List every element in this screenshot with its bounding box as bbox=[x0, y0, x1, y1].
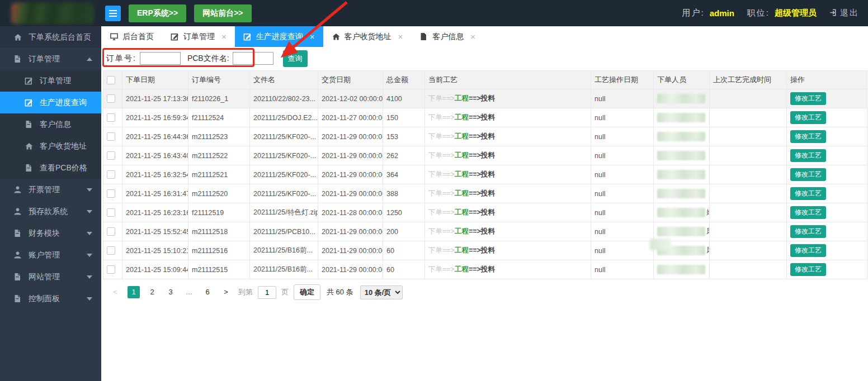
sidebar-item-客户信息[interactable]: 客户信息 bbox=[0, 113, 101, 135]
row-checkbox[interactable] bbox=[107, 170, 115, 179]
page-button-1[interactable]: 1 bbox=[128, 286, 140, 298]
modify-process-button[interactable]: 修改工艺 bbox=[790, 263, 826, 276]
process-step-done: 下单==> bbox=[428, 113, 455, 121]
page-size-select[interactable]: 10 条/页 bbox=[360, 285, 403, 299]
sidebar-item-财务模块[interactable]: 财务模块 bbox=[0, 222, 101, 244]
logout-label: 退出 bbox=[840, 8, 859, 18]
staff-name-tail: 丨 bbox=[706, 189, 710, 197]
tab-label: 订单管理 bbox=[183, 32, 215, 42]
file-name-cell: 202111/25/B16前... bbox=[250, 260, 318, 279]
process-step-done: 下单==> bbox=[428, 151, 455, 159]
row-select-cell bbox=[103, 89, 122, 108]
modify-process-button[interactable]: 修改工艺 bbox=[790, 92, 826, 105]
next-page-button[interactable]: > bbox=[220, 286, 232, 298]
logout-button[interactable]: 退出 bbox=[829, 8, 859, 18]
staff-cell bbox=[654, 146, 710, 165]
user-icon bbox=[13, 185, 22, 194]
tab-客户收货地址[interactable]: 客户收货地址× bbox=[323, 26, 412, 47]
row-checkbox[interactable] bbox=[107, 94, 115, 103]
sidebar-item-label: 账户管理 bbox=[29, 250, 60, 260]
page-button-6[interactable]: 6 bbox=[201, 286, 214, 298]
censored-staff-name bbox=[657, 132, 705, 141]
process-cell: 下单==>工程==>投料 bbox=[425, 89, 591, 108]
file-name-cell: 202111/25/KF020-... bbox=[250, 165, 318, 184]
process-cell: 下单==>工程==>投料 bbox=[425, 184, 591, 203]
process-date-cell: null bbox=[591, 165, 654, 184]
modify-process-button[interactable]: 修改工艺 bbox=[790, 206, 826, 219]
action-cell: 修改工艺 bbox=[787, 89, 867, 108]
hamburger-icon bbox=[109, 13, 117, 14]
modify-process-button[interactable]: 修改工艺 bbox=[790, 168, 826, 181]
modify-process-button[interactable]: 修改工艺 bbox=[790, 187, 826, 200]
tab-订单管理[interactable]: 订单管理× bbox=[162, 26, 235, 47]
close-icon[interactable]: × bbox=[310, 32, 315, 41]
order-no-input[interactable] bbox=[140, 52, 181, 65]
order-date-cell: 2021-11-25 16:23:16 bbox=[122, 203, 188, 222]
row-checkbox[interactable] bbox=[107, 265, 115, 274]
process-step-current: 工程 bbox=[455, 265, 469, 273]
last-process-time-cell bbox=[710, 241, 787, 260]
tab-后台首页[interactable]: 后台首页 bbox=[101, 26, 162, 47]
select-all-checkbox[interactable] bbox=[107, 76, 115, 84]
sidebar-item-生产进度查询[interactable]: 生产进度查询 bbox=[0, 92, 101, 113]
page-button-3[interactable]: 3 bbox=[164, 286, 177, 298]
sidebar-item-控制面板[interactable]: 控制面板 bbox=[0, 288, 101, 309]
order-date-cell: 2021-11-25 16:44:36 bbox=[122, 127, 188, 146]
sidebar-item-网站管理[interactable]: 网站管理 bbox=[0, 266, 101, 288]
topbar: ERP系统>> 网站前台>> 用户: admin 职位: 超级管理员 退出 bbox=[0, 0, 868, 26]
modify-process-button[interactable]: 修改工艺 bbox=[790, 130, 826, 143]
erp-system-button[interactable]: ERP系统>> bbox=[129, 4, 186, 22]
modify-process-button[interactable]: 修改工艺 bbox=[790, 244, 826, 257]
confirm-button[interactable]: 确定 bbox=[294, 284, 320, 300]
goto-page-input[interactable] bbox=[258, 286, 276, 299]
sidebar-item-账户管理[interactable]: 账户管理 bbox=[0, 244, 101, 266]
modify-process-button[interactable]: 修改工艺 bbox=[790, 111, 826, 124]
query-button[interactable]: 查询 bbox=[283, 50, 308, 67]
row-checkbox[interactable] bbox=[107, 208, 115, 217]
prev-page-button[interactable]: < bbox=[109, 286, 121, 298]
amount-cell: 1250 bbox=[383, 203, 425, 222]
row-checkbox[interactable] bbox=[107, 113, 115, 122]
website-front-button[interactable]: 网站前台>> bbox=[194, 4, 251, 22]
process-cell: 下单==>工程==>投料 bbox=[425, 241, 591, 260]
process-date-cell: null bbox=[591, 89, 654, 108]
row-checkbox[interactable] bbox=[107, 151, 115, 160]
row-select-cell bbox=[103, 241, 122, 260]
delivery-date-cell: 2021-11-29 00:00:00 bbox=[318, 127, 383, 146]
sidebar-item-下单系统后台首页[interactable]: 下单系统后台首页 bbox=[0, 26, 101, 48]
row-checkbox[interactable] bbox=[107, 227, 115, 236]
row-checkbox[interactable] bbox=[107, 189, 115, 198]
order-no-cell: f21112524 bbox=[188, 108, 250, 127]
sidebar-item-查看PCB价格[interactable]: 查看PCB价格 bbox=[0, 157, 101, 179]
chevron-up-icon bbox=[87, 58, 92, 61]
row-select-cell bbox=[103, 165, 122, 184]
sidebar-item-客户收货地址[interactable]: 客户收货地址 bbox=[0, 135, 101, 157]
amount-cell: 153 bbox=[383, 127, 425, 146]
sidebar-item-订单管理[interactable]: 订单管理 bbox=[0, 70, 101, 92]
pcb-file-input[interactable] bbox=[233, 52, 273, 65]
tab-label: 客户收货地址 bbox=[345, 32, 391, 42]
sidebar-item-订单管理[interactable]: 订单管理 bbox=[0, 48, 101, 70]
sidebar-item-预存款系统[interactable]: 预存款系统 bbox=[0, 201, 101, 222]
row-checkbox[interactable] bbox=[107, 246, 115, 255]
close-icon[interactable]: × bbox=[470, 32, 475, 41]
row-select-cell bbox=[103, 184, 122, 203]
modify-process-button[interactable]: 修改工艺 bbox=[790, 225, 826, 238]
process-step-next: ==>投料 bbox=[469, 246, 495, 254]
tab-客户信息[interactable]: 客户信息× bbox=[411, 26, 484, 47]
sidebar-item-开票管理[interactable]: 开票管理 bbox=[0, 179, 101, 201]
column-header-总金额: 总金额 bbox=[383, 71, 425, 89]
topbar-user-info: 用户: admin 职位: 超级管理员 退出 bbox=[682, 8, 859, 18]
row-checkbox[interactable] bbox=[107, 132, 115, 141]
delivery-date-cell: 2021-11-27 00:00:00 bbox=[318, 108, 383, 127]
process-step-next: ==>投料 bbox=[469, 265, 495, 273]
modify-process-button[interactable]: 修改工艺 bbox=[790, 149, 826, 162]
tab-生产进度查询[interactable]: 生产进度查询× bbox=[235, 26, 323, 47]
menu-toggle-button[interactable] bbox=[105, 6, 121, 21]
close-icon[interactable]: × bbox=[221, 32, 227, 41]
page-button-2[interactable]: 2 bbox=[146, 286, 158, 298]
process-step-next: ==>投料 bbox=[469, 170, 495, 178]
process-step-done: 下单==> bbox=[428, 265, 455, 273]
close-icon[interactable]: × bbox=[398, 32, 403, 41]
staff-cell bbox=[654, 260, 710, 279]
